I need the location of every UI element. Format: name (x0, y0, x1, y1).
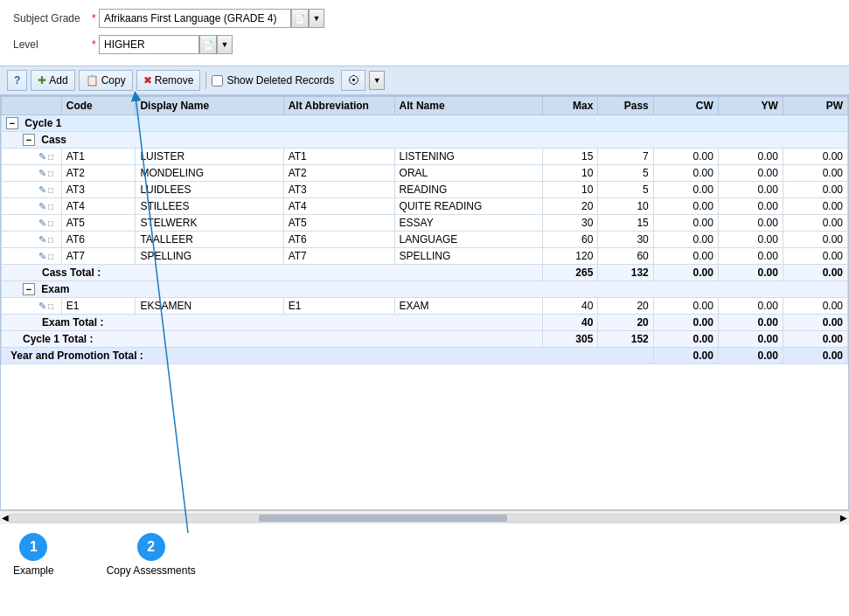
copy-button[interactable]: 📋 Copy (79, 70, 133, 91)
cell-code: AT6 (61, 232, 136, 248)
cell-pass: 5 (598, 182, 653, 198)
remove-button[interactable]: ✖ Remove (136, 70, 201, 91)
cell-code: E1 (61, 298, 136, 315)
checkbox-icon[interactable]: □ (48, 202, 53, 211)
row-actions: ✎ □ (2, 165, 62, 182)
export-button[interactable]: 🖸 (341, 70, 365, 91)
edit-icon[interactable]: ✎ (38, 251, 46, 262)
scroll-right-arrow[interactable]: ▶ (840, 513, 847, 523)
cycle1-header-row: − Cycle 1 (2, 115, 848, 132)
checkbox-icon[interactable]: □ (48, 185, 53, 195)
cell-cw: 0.00 (653, 298, 718, 315)
col-header-yw: YW (718, 97, 783, 115)
row-actions: ✎ □ (2, 298, 62, 315)
show-deleted-label: Show Deleted Records (226, 74, 334, 87)
level-row: Level * 📄 ▼ (13, 35, 836, 54)
cell-alt-name: LISTENING (394, 149, 542, 165)
cell-yw: 0.00 (718, 149, 783, 165)
legend-number-1: 1 (30, 539, 38, 555)
legend-label-2: Copy Assessments (107, 564, 196, 577)
cell-cw: 0.00 (653, 182, 718, 198)
edit-icon[interactable]: ✎ (38, 151, 46, 163)
copy-label: Copy (101, 74, 126, 87)
cycle1-expand-icon[interactable]: − (6, 117, 18, 129)
cell-code: AT2 (61, 165, 136, 182)
scroll-thumb[interactable] (259, 515, 508, 522)
assessments-table: Code Display Name Alt Abbreviation Alt N… (1, 96, 848, 364)
checkbox-icon[interactable]: □ (48, 152, 53, 162)
checkbox-icon[interactable]: □ (48, 252, 53, 261)
add-label: Add (49, 74, 67, 87)
exam-total-pass: 20 (598, 315, 653, 331)
edit-icon[interactable]: ✎ (38, 201, 46, 212)
edit-icon[interactable]: ✎ (38, 301, 46, 312)
cell-yw: 0.00 (718, 215, 783, 232)
cell-pw: 0.00 (783, 198, 847, 215)
exam-total-pw: 0.00 (783, 315, 847, 331)
edit-icon[interactable]: ✎ (38, 168, 46, 179)
col-header-pw: PW (783, 97, 847, 115)
cell-alt-abbr: AT3 (283, 182, 394, 198)
cell-yw: 0.00 (718, 165, 783, 182)
scroll-track[interactable] (9, 514, 840, 523)
year-total-cw: 0.00 (653, 348, 718, 364)
cell-max: 15 (542, 149, 597, 165)
legend-circle-1: 1 (19, 533, 47, 561)
edit-icon[interactable]: ✎ (38, 184, 46, 196)
table-row: ✎ □ AT7 SPELLING AT7 SPELLING 120 60 0.0… (2, 248, 848, 265)
cell-display: SPELLING (136, 248, 283, 265)
export-dropdown-button[interactable]: ▼ (369, 71, 385, 90)
row-actions: ✎ □ (2, 182, 62, 198)
cell-pw: 0.00 (783, 298, 847, 315)
edit-icon[interactable]: ✎ (38, 234, 46, 246)
help-button[interactable]: ? (7, 70, 27, 91)
level-pick-button[interactable]: 📄 (199, 35, 217, 54)
exam-expand-icon[interactable]: − (23, 283, 35, 295)
remove-icon: ✖ (143, 74, 152, 87)
row-actions: ✎ □ (2, 198, 62, 215)
cell-cw: 0.00 (653, 248, 718, 265)
add-icon: ✚ (38, 74, 46, 87)
show-deleted-checkbox[interactable] (212, 75, 223, 87)
edit-icon[interactable]: ✎ (38, 218, 46, 229)
level-label: Level (13, 38, 92, 51)
cell-pw: 0.00 (783, 182, 847, 198)
cass-total-row: Cass Total : 265 132 0.00 0.00 0.00 (2, 265, 848, 281)
help-icon: ? (14, 74, 20, 87)
add-button[interactable]: ✚ Add (31, 70, 74, 91)
exam-total-cw: 0.00 (653, 315, 718, 331)
subject-grade-input[interactable] (99, 9, 291, 28)
horizontal-scrollbar[interactable]: ◀ ▶ (0, 510, 849, 524)
checkbox-icon[interactable]: □ (48, 301, 53, 311)
cell-display: STELWERK (136, 215, 283, 232)
cell-display: EKSAMEN (136, 298, 283, 315)
legend-circle-2: 2 (137, 533, 165, 561)
cell-code: AT1 (61, 149, 136, 165)
cell-cw: 0.00 (653, 232, 718, 248)
year-total-yw: 0.00 (718, 348, 783, 364)
cass-label: Cass (41, 134, 66, 146)
cell-pass: 20 (598, 298, 653, 315)
cell-pw: 0.00 (783, 165, 847, 182)
subject-grade-dropdown-button[interactable]: ▼ (309, 9, 324, 28)
cell-max: 20 (542, 198, 597, 215)
row-actions: ✎ □ (2, 232, 62, 248)
year-total-row: Year and Promotion Total : 0.00 0.00 0.0… (2, 348, 848, 364)
cass-expand-icon[interactable]: − (23, 134, 35, 146)
checkbox-icon[interactable]: □ (48, 169, 53, 178)
level-input[interactable] (99, 35, 199, 54)
cell-alt-abbr: AT2 (283, 165, 394, 182)
exam-total-max: 40 (542, 315, 597, 331)
checkbox-icon[interactable]: □ (48, 235, 53, 245)
cycle1-total-max: 305 (542, 331, 597, 348)
form-section: Subject Grade * 📄 ▼ Level * 📄 ▼ (0, 0, 849, 66)
level-dropdown-button[interactable]: ▼ (217, 35, 233, 54)
cell-pass: 30 (598, 232, 653, 248)
checkbox-icon[interactable]: □ (48, 218, 53, 228)
year-total-label: Year and Promotion Total : (2, 348, 654, 364)
show-deleted-checkbox-label[interactable]: Show Deleted Records (212, 74, 334, 87)
subject-grade-pick-button[interactable]: 📄 (291, 9, 309, 28)
cell-yw: 0.00 (718, 232, 783, 248)
cass-header-row: − Cass (2, 132, 848, 149)
scroll-left-arrow[interactable]: ◀ (2, 513, 9, 523)
